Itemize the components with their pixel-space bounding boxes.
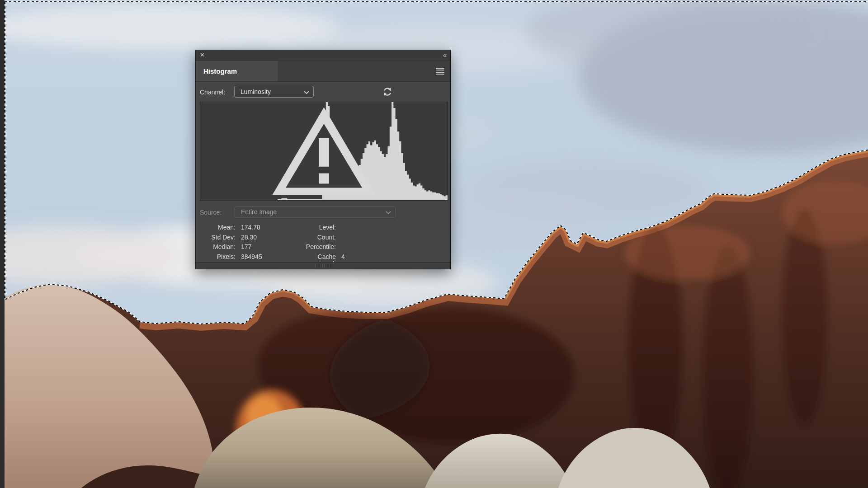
panel-menu-icon[interactable]: [436, 68, 444, 75]
photoshop-workspace: ✕ « Histogram Channel: Luminosity: [0, 0, 868, 488]
pasteboard-edge: [0, 0, 5, 488]
stat-label: Cache Level:: [300, 253, 336, 263]
close-icon[interactable]: ✕: [200, 52, 205, 59]
stat-label: Level:: [300, 224, 336, 234]
source-select[interactable]: Entire Image: [235, 206, 396, 218]
panel-resize-grip[interactable]: [315, 264, 331, 268]
panel-bottom-bar: [196, 262, 450, 269]
stat-label: Mean:: [196, 224, 236, 234]
tab-histogram[interactable]: Histogram: [196, 61, 278, 81]
stat-value: [336, 224, 399, 234]
stat-value: [336, 234, 399, 244]
panel-titlebar[interactable]: ✕ «: [196, 50, 450, 61]
collapse-panel-icon[interactable]: «: [443, 51, 446, 59]
chevron-down-icon: [386, 211, 391, 215]
channel-select[interactable]: Luminosity: [234, 86, 314, 98]
stat-value: 4: [336, 253, 399, 263]
refresh-icon[interactable]: [382, 86, 393, 98]
stat-value: 177: [236, 243, 300, 253]
stat-value: 384945: [236, 253, 300, 263]
source-label: Source:: [200, 209, 222, 216]
stat-value: [336, 243, 399, 253]
histogram-panel: ✕ « Histogram Channel: Luminosity: [195, 50, 451, 269]
histogram-graph[interactable]: [200, 102, 448, 201]
stat-label: Count:: [300, 234, 336, 244]
cached-data-warning-icon[interactable]: [200, 102, 448, 200]
chevron-down-icon: [304, 91, 309, 94]
stat-label: Percentile:: [300, 243, 336, 253]
panel-tab-row: Histogram: [196, 61, 450, 82]
stat-value: 174.78: [236, 224, 300, 234]
source-value: Entire Image: [241, 208, 277, 216]
channel-label: Channel:: [200, 89, 225, 96]
stat-label: Std Dev:: [196, 234, 236, 244]
stat-label: Median:: [196, 243, 236, 253]
channel-value: Luminosity: [241, 88, 271, 95]
statistics-block: Mean: 174.78 Level: Std Dev: 28.30 Count…: [196, 224, 399, 263]
stat-value: 28.30: [236, 234, 300, 244]
stat-label: Pixels:: [196, 253, 236, 263]
